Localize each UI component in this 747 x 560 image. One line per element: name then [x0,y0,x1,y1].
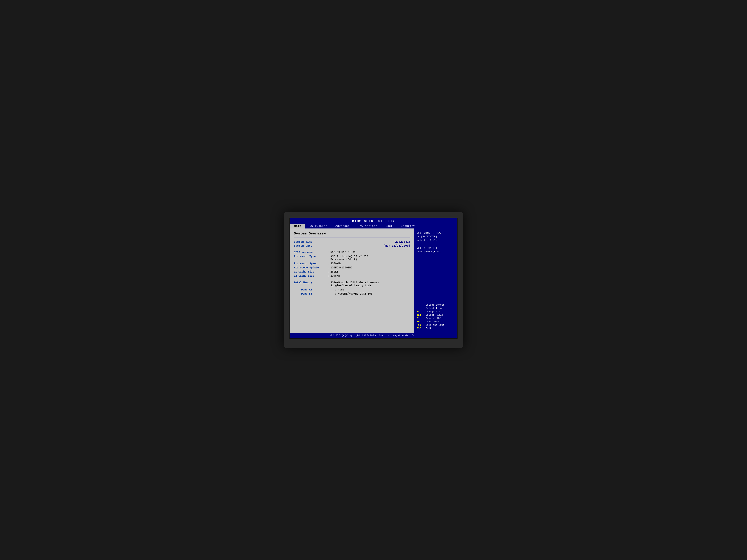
ddr3-b1-label: DDR3_B1 [301,292,335,295]
l2-cache-label: L2 Cache Size [294,274,327,277]
processor-type-value: AMD Athlon(tm) II X2 250 Processor (64bi… [330,255,368,261]
footer: v02.67C (C)Copyright 1985-2009, American… [290,333,457,338]
title-text: BIOS SETUP UTILITY [352,219,395,223]
microcode-update-label: Microcode Update [294,266,327,269]
footer-text: v02.67C (C)Copyright 1985-2009, American… [329,334,418,337]
total-memory-label: Total Memory [294,281,327,287]
nav-bar: Main OC Tweaker Advanced H/W Monitor Boo… [290,224,457,229]
key-row-updown: ↑↓ Select Item [417,307,454,310]
divider [294,237,410,237]
system-time-row: System Time [23:29:41] [294,240,410,244]
ddr3-a1-label: DDR3_A1 [301,288,335,291]
microcode-update-value: 100F63/10000B6 [330,266,353,269]
key-row-arrows: ↔ Select Screen [417,303,454,306]
bios-version-label: BIOS Version [294,251,327,254]
tab-hw-monitor[interactable]: H/W Monitor [354,224,382,229]
key-row-plusminus: +- Change Field [417,310,454,313]
ddr3-a1-row: DDR3_A1 : None [294,288,410,291]
processor-speed-row: Processor Speed : 3000MHz [294,262,410,265]
right-panel: Use [ENTER], [TAB] or [SHIFT-TAB] select… [414,229,457,333]
bios-version-value: N68-S3 UCC P1.60 [330,251,355,254]
ddr3-b1-row: DDR3_B1 : 4096MB/400MHz DDR3_800 [294,292,410,295]
ddr3-b1-value: 4096MB/400MHz DDR3_800 [338,292,372,295]
help-text: Use [ENTER], [TAB] or [SHIFT-TAB] select… [417,231,454,254]
system-date-value[interactable]: [Mon 12/21/2099] [383,244,410,247]
key-row-f1: F1 General Help [417,317,454,320]
key-row-esc: ESC Exit [417,327,454,330]
monitor-bezel: BIOS SETUP UTILITY Main OC Tweaker Advan… [284,212,463,348]
microcode-update-row: Microcode Update : 100F63/10000B6 [294,266,410,269]
processor-speed-value: 3000MHz [330,262,341,265]
tab-boot[interactable]: Boot [382,224,397,229]
l2-cache-row: L2 Cache Size : 2048KB [294,274,410,277]
l1-cache-row: L1 Cache Size : 256KB [294,270,410,273]
system-date-row: System Date [Mon 12/21/2099] [294,244,410,247]
tab-oc-tweaker[interactable]: OC Tweaker [305,224,331,229]
processor-type-label: Processor Type [294,255,327,261]
system-time-label: System Time [294,240,312,244]
key-row-f10: F10 Save and Exit [417,324,454,326]
processor-type-row: Processor Type : AMD Athlon(tm) II X2 25… [294,255,410,261]
bios-title: BIOS SETUP UTILITY [290,218,457,224]
bios-version-row: BIOS Version : N68-S3 UCC P1.60 [294,251,410,254]
total-memory-row: Total Memory : 4096MB with 256MB shared … [294,281,410,287]
keys-section: ↔ Select Screen ↑↓ Select Item +- Change… [417,303,454,330]
l1-cache-label: L1 Cache Size [294,270,327,273]
key-row-tab: Tab Select Field [417,314,454,316]
tab-main[interactable]: Main [290,224,305,229]
system-date-label: System Date [294,244,312,247]
total-memory-value: 4096MB with 256MB shared memory Single-C… [330,281,379,287]
screen: BIOS SETUP UTILITY Main OC Tweaker Advan… [289,218,458,339]
processor-speed-label: Processor Speed [294,262,327,265]
section-title: System Overview [294,232,410,236]
key-row-f9: F9 Load Default [417,320,454,323]
l2-cache-value: 2048KB [330,274,340,277]
l1-cache-value: 256KB [330,270,338,273]
content-area: System Overview System Time [23:29:41] S… [290,229,457,333]
system-time-value[interactable]: [23:29:41] [393,240,410,244]
ddr3-a1-value: None [338,288,344,291]
tab-advanced[interactable]: Advanced [331,224,354,229]
tab-security[interactable]: Security [397,224,419,229]
left-panel: System Overview System Time [23:29:41] S… [290,229,414,333]
